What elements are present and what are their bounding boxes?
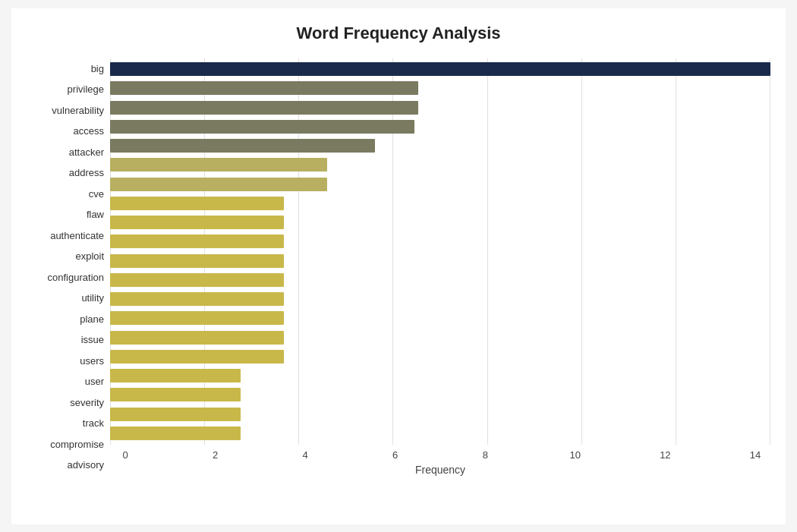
bar	[110, 158, 327, 172]
bar	[110, 120, 414, 134]
x-axis-label: 2	[200, 449, 231, 461]
bar	[110, 197, 284, 210]
bar-row	[110, 329, 770, 346]
x-axis-label: 12	[650, 449, 680, 461]
y-label: attacker	[27, 147, 104, 157]
y-label: authenticate	[27, 231, 104, 241]
y-axis: bigprivilegevulnerabilityaccessattackera…	[27, 58, 110, 476]
bar	[110, 331, 284, 345]
y-label: cve	[27, 189, 104, 199]
y-label: track	[27, 418, 104, 428]
y-label: user	[27, 376, 104, 386]
bar	[110, 273, 284, 287]
bar-row	[110, 406, 770, 423]
y-label: configuration	[27, 272, 104, 282]
bar-row	[110, 310, 770, 326]
chart-container: Word Frequency Analysis bigprivilegevuln…	[11, 8, 786, 524]
bar	[110, 292, 284, 306]
bar-row	[110, 348, 770, 365]
bar-row	[110, 99, 770, 116]
x-axis-label: 14	[740, 449, 770, 461]
bar	[110, 178, 327, 191]
x-axis-label: 6	[380, 449, 411, 461]
bar	[110, 62, 770, 76]
bar	[110, 139, 375, 153]
y-label: advisory	[27, 460, 104, 470]
bar-row	[110, 156, 770, 173]
bar-row	[110, 291, 770, 307]
bar	[110, 369, 241, 382]
bar	[110, 427, 241, 440]
x-axis-label: 0	[110, 449, 140, 461]
x-axis-label: 4	[290, 449, 320, 461]
chart-area: bigprivilegevulnerabilityaccessattackera…	[27, 58, 770, 476]
bar-row	[110, 367, 770, 384]
bar	[110, 408, 241, 421]
chart-title: Word Frequency Analysis	[27, 24, 770, 43]
grid-and-bars	[110, 58, 770, 445]
x-axis-labels: 02468101214	[110, 449, 770, 461]
y-label: utility	[27, 293, 104, 303]
bar-row	[110, 386, 770, 403]
y-label: big	[27, 64, 104, 74]
y-label: address	[27, 168, 104, 178]
y-label: exploit	[27, 251, 104, 261]
bar-row	[110, 61, 770, 77]
bars-container	[110, 58, 770, 445]
bar	[110, 101, 418, 115]
bar-row	[110, 118, 770, 135]
x-axis-label: 8	[470, 449, 500, 461]
bar	[110, 254, 284, 268]
bar-row	[110, 233, 770, 250]
y-label: compromise	[27, 439, 104, 449]
bar-row	[110, 214, 770, 231]
bar	[110, 81, 418, 95]
y-label: issue	[27, 335, 104, 345]
x-axis-title: Frequency	[110, 464, 770, 476]
bar-row	[110, 272, 770, 288]
bar	[110, 350, 284, 364]
plot-area: 02468101214 Frequency	[110, 58, 770, 476]
y-label: vulnerability	[27, 105, 104, 115]
bar-row	[110, 137, 770, 154]
bar-row	[110, 425, 770, 442]
y-label: severity	[27, 398, 104, 408]
y-label: plane	[27, 314, 104, 324]
bar-row	[110, 80, 770, 96]
bar-row	[110, 195, 770, 212]
y-label: access	[27, 126, 104, 136]
y-label: privilege	[27, 84, 104, 94]
x-axis-label: 10	[560, 449, 591, 461]
bar	[110, 216, 284, 229]
y-label: users	[27, 356, 104, 366]
bar	[110, 311, 284, 325]
bar	[110, 235, 284, 248]
y-label: flaw	[27, 209, 104, 219]
bar	[110, 388, 241, 401]
bar-row	[110, 176, 770, 193]
bar-row	[110, 253, 770, 269]
